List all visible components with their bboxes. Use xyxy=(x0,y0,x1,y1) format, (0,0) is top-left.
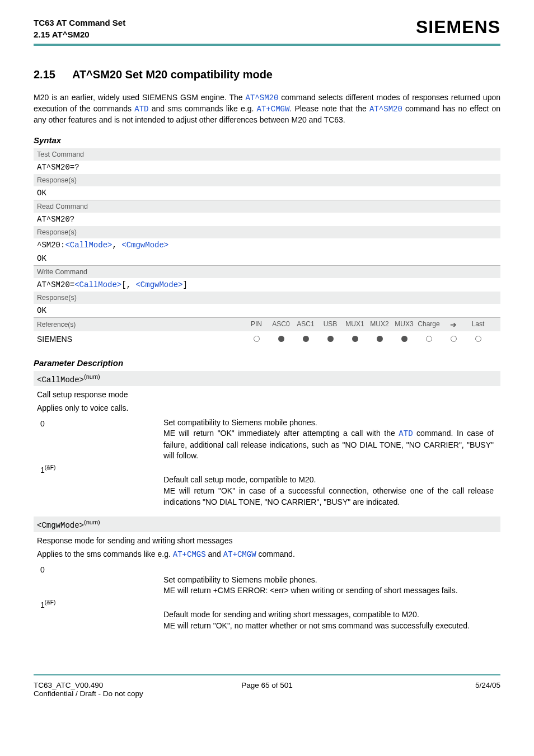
section-number: 2.15 xyxy=(34,68,55,81)
footer-right: 5/24/05 xyxy=(345,681,500,698)
response-label: Response(s) xyxy=(34,174,500,186)
test-command-label: Test Command xyxy=(34,148,500,161)
footer-left: TC63_ATC_V00.490 Confidential / Draft - … xyxy=(34,681,189,698)
param-link[interactable]: <CmgwMode> xyxy=(135,280,182,289)
param-value-desc: Set compatibility to Siemens mobile phon… xyxy=(160,416,497,463)
read-response: ^SM20:<CallMode>, <CmgwMode> xyxy=(34,238,500,252)
response-ok: OK xyxy=(34,252,500,265)
param-link[interactable]: <CallMode> xyxy=(74,280,121,289)
reference-label: Reference(s) xyxy=(37,321,244,328)
dot-filled-icon xyxy=(367,335,392,344)
ref-col: MUX2 xyxy=(367,320,392,329)
ref-col: Last xyxy=(466,320,490,329)
param-cmgwmode-title: <CmgwMode>(num) xyxy=(34,516,500,532)
response-label: Response(s) xyxy=(34,226,500,238)
doc-subtitle: 2.15 AT^SM20 xyxy=(34,29,125,40)
param-values: 0 Set compatibility to Siemens mobile ph… xyxy=(37,416,497,509)
param-line: Applies only to voice calls. xyxy=(37,403,497,414)
param-cmgwmode-body: Response mode for sending and writing sh… xyxy=(34,532,500,641)
footer-center: Page 65 of 501 xyxy=(189,681,345,698)
dot-open-icon xyxy=(416,335,441,344)
write-command: AT^SM20=<CallMode>[, <CmgwMode>] xyxy=(34,278,500,292)
cmd-link[interactable]: AT^SM20 xyxy=(369,105,402,114)
response-label: Response(s) xyxy=(34,292,500,304)
param-values: 0 Set compatibility to Siemens mobile ph… xyxy=(37,562,497,633)
param-value-key: 0 xyxy=(37,562,160,598)
read-command-label: Read Command xyxy=(34,200,500,213)
cmd-link[interactable]: AT+CMGS xyxy=(173,550,206,559)
write-command-label: Write Command xyxy=(34,266,500,278)
param-sup: (num) xyxy=(84,519,100,525)
param-sup: (num) xyxy=(84,373,100,380)
reference-dots xyxy=(244,335,497,344)
ref-col: Charge xyxy=(416,320,441,329)
param-value-desc: Set compatibility to Siemens mobile phon… xyxy=(160,562,497,598)
reference-vendor: SIEMENS xyxy=(37,335,244,344)
cmd-link[interactable]: ATD xyxy=(134,105,148,114)
dot-filled-icon xyxy=(392,335,416,344)
dot-filled-icon xyxy=(293,335,318,344)
cmd-link[interactable]: AT+CMGW xyxy=(223,550,256,559)
brand-logo: SIEMENS xyxy=(416,17,500,37)
cmd-link[interactable]: AT+CMGW xyxy=(257,105,290,114)
param-callmode-title: <CallMode>(num) xyxy=(34,371,500,387)
dot-filled-icon xyxy=(343,335,367,344)
footer-rule xyxy=(34,674,500,675)
dot-filled-icon xyxy=(269,335,293,344)
param-value-desc: Default call setup mode, compatible to M… xyxy=(160,463,497,509)
doc-title: TC63 AT Command Set xyxy=(34,17,125,29)
cmd-link[interactable]: AT^SM20 xyxy=(246,93,279,102)
param-value-key: 1(&F) xyxy=(37,463,160,509)
param-line: Response mode for sending and writing sh… xyxy=(37,536,497,547)
header-rule xyxy=(34,44,500,46)
test-command: AT^SM20=? xyxy=(34,161,500,174)
header-left: TC63 AT Command Set 2.15 AT^SM20 xyxy=(34,17,125,40)
arrow-icon: ➔ xyxy=(441,320,466,329)
param-value-key: 1(&F) xyxy=(37,598,160,633)
param-name[interactable]: <CmgwMode> xyxy=(37,521,84,530)
reference-header-row: Reference(s) PIN ASC0 ASC1 USB MUX1 MUX2… xyxy=(34,318,500,331)
param-value-desc: Default mode for sending and writing sho… xyxy=(160,598,497,633)
param-line: Call setup response mode xyxy=(37,389,497,401)
param-desc-heading: Parameter Description xyxy=(34,358,500,368)
ref-col: ASC0 xyxy=(269,320,293,329)
section-title-text: AT^SM20 Set M20 compatibility mode xyxy=(72,68,273,81)
ref-col: USB xyxy=(318,320,343,329)
ref-col: MUX1 xyxy=(343,320,367,329)
page-footer: TC63_ATC_V00.490 Confidential / Draft - … xyxy=(34,681,500,698)
param-link[interactable]: <CallMode> xyxy=(65,241,112,250)
page-header: TC63 AT Command Set 2.15 AT^SM20 SIEMENS xyxy=(34,17,500,40)
param-callmode-body: Call setup response mode Applies only to… xyxy=(34,386,500,516)
dot-open-icon xyxy=(244,335,269,344)
cmd-link[interactable]: ATD xyxy=(399,429,413,438)
section-heading: 2.15AT^SM20 Set M20 compatibility mode xyxy=(34,68,500,81)
ref-col: ASC1 xyxy=(293,320,318,329)
param-line: Applies to the sms commands like e.g. AT… xyxy=(37,549,497,561)
param-link[interactable]: <CmgwMode> xyxy=(121,241,168,250)
ref-col: MUX3 xyxy=(392,320,416,329)
ref-col: PIN xyxy=(244,320,269,329)
response-ok: OK xyxy=(34,304,500,317)
param-name[interactable]: <CallMode> xyxy=(37,375,84,384)
syntax-heading: Syntax xyxy=(34,135,500,145)
dot-open-icon xyxy=(466,335,490,344)
reference-body-row: SIEMENS xyxy=(34,331,500,347)
syntax-block: Test Command AT^SM20=? Response(s) OK Re… xyxy=(34,148,500,347)
dot-filled-icon xyxy=(318,335,343,344)
intro-paragraph: M20 is an earlier, widely used SIEMENS G… xyxy=(34,92,500,125)
response-ok: OK xyxy=(34,186,500,200)
read-command: AT^SM20? xyxy=(34,213,500,226)
reference-columns: PIN ASC0 ASC1 USB MUX1 MUX2 MUX3 Charge … xyxy=(244,320,497,329)
dot-open-icon xyxy=(441,335,466,344)
param-value-key: 0 xyxy=(37,416,160,463)
